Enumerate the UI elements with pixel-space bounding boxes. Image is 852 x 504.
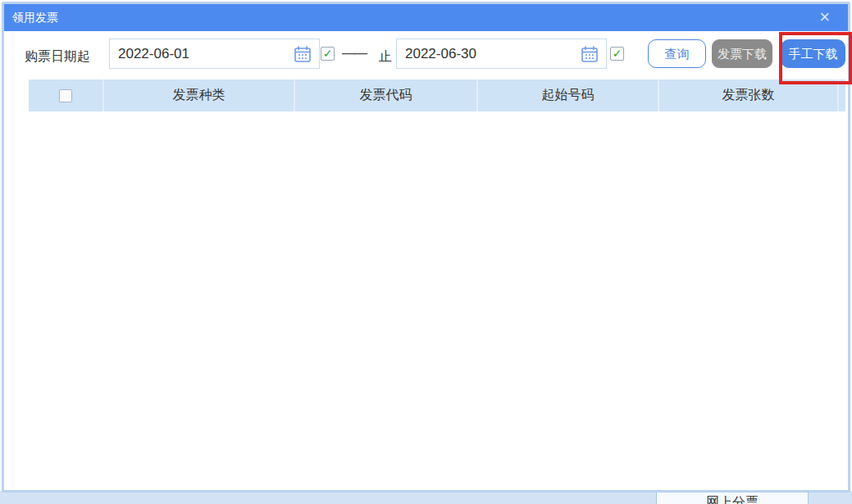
purchase-date-end-label: 止 [379, 48, 392, 66]
calendar-icon[interactable] [580, 44, 599, 64]
purchase-date-start-label: 购票日期起 [25, 48, 90, 66]
end-date-checkbox[interactable]: ✓ [610, 47, 624, 61]
date-range-separator: —— [342, 46, 367, 61]
dialog-title: 领用发票 [12, 11, 58, 25]
header-invoice-code: 发票代码 [295, 79, 476, 111]
start-date-input[interactable]: 2022-06-01 [109, 39, 320, 69]
start-date-value: 2022-06-01 [110, 46, 293, 62]
background-tab-label: 网上分票 [706, 495, 759, 504]
end-date-value: 2022-06-30 [397, 46, 580, 62]
checkmark-icon: ✓ [323, 47, 333, 60]
invoice-table-header: 发票种类 发票代码 起始号码 发票张数 [29, 79, 845, 111]
header-checkbox-cell [29, 79, 103, 111]
invoice-table-body [29, 111, 845, 487]
start-date-checkbox[interactable]: ✓ [321, 47, 335, 61]
close-icon[interactable]: × [819, 6, 830, 29]
header-start-number: 起始号码 [478, 79, 658, 111]
checkmark-icon: ✓ [613, 47, 622, 60]
calendar-icon[interactable] [293, 44, 312, 64]
end-date-input[interactable]: 2022-06-30 [396, 39, 607, 69]
header-invoice-type: 发票种类 [104, 79, 294, 111]
manual-download-button[interactable]: 手工下载 [781, 39, 845, 68]
invoice-download-button[interactable]: 发票下载 [712, 39, 772, 68]
query-button[interactable]: 查询 [648, 39, 706, 68]
background-tab-online-invoice: 网上分票 [656, 493, 809, 504]
header-invoice-count: 发票张数 [659, 79, 837, 111]
receive-invoice-dialog: 领用发票 × 购票日期起 2022-06-01 ✓ —— 止 2022-06-3… [2, 2, 850, 493]
select-all-checkbox[interactable] [59, 89, 72, 102]
dialog-titlebar: 领用发票 × [4, 4, 848, 31]
header-endcap [839, 79, 845, 111]
